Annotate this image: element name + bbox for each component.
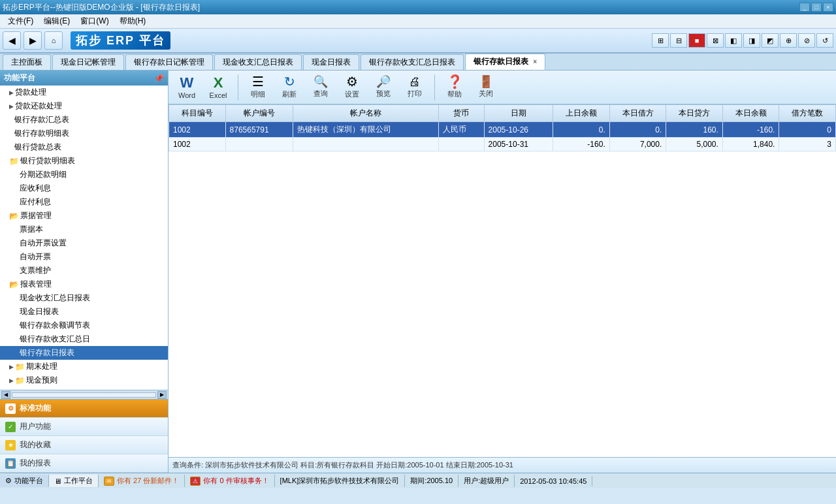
tab-function-platform[interactable]: ⚙ 功能平台	[0, 475, 49, 487]
tree-label: 应收利息	[20, 183, 51, 194]
tree-label: 应付利息	[20, 197, 51, 208]
close-window-button[interactable]: ×	[823, 3, 833, 12]
tab-cash-daily[interactable]: 现金日报表	[303, 54, 359, 70]
scroll-track[interactable]	[12, 392, 156, 398]
close-icon: 🚪	[479, 76, 493, 87]
detail-button[interactable]: ☰ 明细	[245, 73, 271, 101]
table-cell: 热键科技（深圳）有限公司	[293, 122, 439, 138]
tree-item-period-end[interactable]: ▶ 📁 期末处理	[0, 360, 168, 373]
tree-label: 分期还款明细	[20, 169, 67, 180]
table-cell: 5,000.	[666, 138, 723, 151]
tree-item-cash-income-summary[interactable]: 现金收支汇总日报表	[0, 291, 168, 305]
tree-item-auto-ticket[interactable]: 自动开票	[0, 250, 168, 264]
print-button[interactable]: 🖨 打印	[402, 74, 428, 101]
sidebar-section-user[interactable]: ✓ 用户功能	[0, 418, 168, 436]
nav-icon-7[interactable]: ◩	[762, 33, 779, 48]
tree-item-cash-daily[interactable]: 现金日报表	[0, 305, 168, 319]
tab-main-panel[interactable]: 主控面板	[3, 54, 51, 70]
excel-button[interactable]: X Excel	[205, 74, 231, 101]
table-cell: 7,000.	[609, 138, 666, 151]
content-area: W Word X Excel ☰ 明细 ↻ 刷新 🔍 查询	[169, 71, 836, 473]
nav-icon-3[interactable]: ■	[688, 33, 705, 48]
data-table: 科目编号 帐户编号 帐户名称 货币 日期 上日余额 本日借方 本日贷方 本日余额…	[169, 104, 836, 151]
tab-cash-summary[interactable]: 现金收支汇总日报表	[214, 54, 302, 70]
menu-help[interactable]: 帮助(H)	[114, 14, 152, 28]
tree-label: 银行贷款总表	[14, 142, 61, 153]
sidebar-section-favorites[interactable]: ★ 我的收藏	[0, 436, 168, 454]
tree-label: 银行存款余额调节表	[20, 320, 90, 331]
tab-bank-ledger[interactable]: 银行存款日记帐管理	[125, 54, 213, 70]
tree-item-report-mgmt[interactable]: 📂 报表管理	[0, 277, 168, 291]
menu-window[interactable]: 窗口(W)	[75, 14, 114, 28]
tab-close-icon[interactable]: ×	[533, 58, 537, 65]
tree-item-bank-detail[interactable]: 银行存款明细表	[0, 127, 168, 140]
home-button[interactable]: ⌂	[44, 31, 63, 50]
tree-item-installment[interactable]: 分期还款明细	[0, 168, 168, 181]
word-button[interactable]: W Word	[174, 74, 200, 101]
tree-item-loan[interactable]: ▶ 贷款处理	[0, 86, 168, 99]
scroll-right[interactable]: ▶	[157, 391, 167, 399]
nav-icon-6[interactable]: ◨	[743, 33, 760, 48]
tree-item-receivable-interest[interactable]: 应收利息	[0, 181, 168, 195]
tree-item-bank-loan-total[interactable]: 银行贷款总表	[0, 140, 168, 154]
tab-work-platform[interactable]: 🖥 工作平台	[49, 475, 99, 487]
tree-item-repay[interactable]: ▶ 贷款还款处理	[0, 99, 168, 113]
minimize-button[interactable]: _	[799, 3, 810, 12]
tree-item-check-maintain[interactable]: 支票维护	[0, 264, 168, 277]
tree-label: 银行贷款明细表	[20, 155, 75, 166]
nav-icon-8[interactable]: ⊕	[780, 33, 797, 48]
tree-item-cash-forecast[interactable]: ▶ 📁 现金预则	[0, 373, 168, 387]
tree-label: 贷款还款处理	[15, 101, 62, 112]
search-button[interactable]: 🔍 查询	[308, 74, 334, 101]
user-info: 用户:超级用户	[458, 475, 515, 487]
search-icon: 🔍	[314, 76, 328, 87]
maximize-button[interactable]: □	[811, 3, 822, 12]
nav-icon-10[interactable]: ↺	[816, 33, 833, 48]
scroll-left[interactable]: ◀	[1, 391, 10, 399]
tab-bank-daily[interactable]: 银行存款日报表 ×	[465, 54, 545, 70]
tree-label: 票据本	[20, 224, 43, 235]
tree-item-bank-summary[interactable]: 银行存款汇总表	[0, 113, 168, 127]
tree-item-payable-interest[interactable]: 应付利息	[0, 195, 168, 209]
bottombar: ⚙ 功能平台 🖥 工作平台 ✉ 你有 27 份新邮件！ ⚠ 你有 0 件审核事务…	[0, 473, 836, 488]
settings-button[interactable]: ⚙ 设置	[339, 73, 365, 101]
table-row[interactable]: 10022005-10-31-160.7,000.5,000.1,840.3	[169, 138, 836, 151]
tree-item-auto-ticket-setup[interactable]: 自动开票设置	[0, 236, 168, 250]
audit-notification[interactable]: ⚠ 你有 0 件审核事务！	[185, 475, 274, 487]
table-row[interactable]: 1002876565791热键科技（深圳）有限公司人民币2005-10-260.…	[169, 122, 836, 138]
table-cell: -160.	[722, 122, 779, 138]
tab-bank-summary[interactable]: 银行存款收支汇总日报表	[361, 54, 464, 70]
table-cell: 1002	[169, 122, 226, 138]
query-condition-text: 查询条件: 深圳市拓步软件技术有限公司 科目:所有银行存款科目 开始日期:200…	[172, 460, 513, 470]
tree-item-bank-loan-detail[interactable]: 📁 银行贷款明细表	[0, 154, 168, 168]
menu-file[interactable]: 文件(F)	[3, 14, 39, 28]
nav-icon-5[interactable]: ◧	[725, 33, 742, 48]
tab-cash-ledger[interactable]: 现金日记帐管理	[52, 54, 124, 70]
back-button[interactable]: ◀	[3, 31, 21, 50]
nav-icon-2[interactable]: ⊟	[670, 33, 687, 48]
tree-item-bank-daily-selected[interactable]: 银行存款日报表	[0, 346, 168, 360]
main-area: 功能平台 📌 ▶ 贷款处理 ▶ 贷款还款处理 银行存款汇总表 银行存款明细表	[0, 71, 836, 473]
forward-button[interactable]: ▶	[24, 31, 42, 50]
close-button[interactable]: 🚪 关闭	[473, 74, 499, 101]
sidebar-pin-icon[interactable]: 📌	[154, 74, 164, 83]
mail-notification[interactable]: ✉ 你有 27 份新邮件！	[99, 475, 185, 487]
menu-edit[interactable]: 编辑(E)	[39, 14, 75, 28]
nav-icon-4[interactable]: ⊠	[707, 33, 724, 48]
tree-item-bills-mgmt[interactable]: 📂 票据管理	[0, 209, 168, 223]
sidebar-section-standard[interactable]: ⚙ 标准功能	[0, 400, 168, 418]
tree-label: 现金预则	[26, 375, 57, 386]
col-account-name: 帐户名称	[293, 105, 439, 122]
preview-button[interactable]: 🔎 预览	[370, 74, 396, 101]
nav-icon-9[interactable]: ⊘	[798, 33, 815, 48]
tree-item-bank-income-summary[interactable]: 银行存款收支汇总日	[0, 332, 168, 346]
help-button[interactable]: ❓ 帮助	[442, 73, 468, 101]
refresh-button[interactable]: ↻ 刷新	[276, 73, 302, 101]
query-statusbar: 查询条件: 深圳市拓步软件技术有限公司 科目:所有银行存款科目 开始日期:200…	[169, 457, 836, 473]
tree-item-bank-balance-adjust[interactable]: 银行存款余额调节表	[0, 319, 168, 332]
table-cell	[293, 138, 439, 151]
navbar: ◀ ▶ ⌂ 拓步 ERP 平台 ⊞ ⊟ ■ ⊠ ◧ ◨ ◩ ⊕ ⊘ ↺	[0, 29, 836, 54]
nav-icon-1[interactable]: ⊞	[652, 33, 669, 48]
sidebar-section-my-reports[interactable]: 📋 我的报表	[0, 454, 168, 473]
tree-item-bill-book[interactable]: 票据本	[0, 223, 168, 236]
